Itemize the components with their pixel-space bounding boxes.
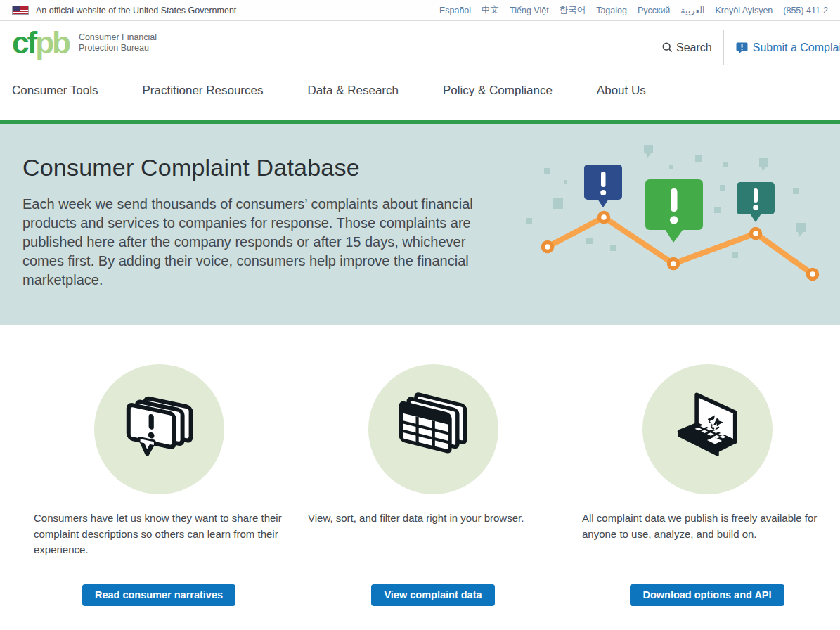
page-title: Consumer Complaint Database — [22, 154, 360, 181]
nav-practitioner-resources[interactable]: Practitioner Resources — [143, 84, 264, 98]
header-divider — [723, 30, 724, 65]
feature-narratives-text: Consumers have let us know they want to … — [34, 510, 284, 584]
official-website-text: An official website of the United States… — [36, 6, 236, 15]
teal-alert-bubble — [737, 182, 775, 222]
laptop-code-icon — [642, 364, 773, 494]
navy-alert-bubble — [584, 165, 622, 207]
search-icon — [662, 42, 673, 53]
phone-number-link[interactable]: (855) 411-2 — [783, 6, 828, 15]
hero-section: Consumer Complaint Database Each week we… — [0, 124, 840, 325]
view-complaint-data-button[interactable]: View complaint data — [371, 584, 494, 606]
language-link-vietnamese[interactable]: Tiếng Việt — [510, 6, 549, 15]
feature-columns: Consumers have let us know they want to … — [0, 364, 840, 606]
cfpb-logo-letters: cfpb — [12, 27, 69, 58]
speech-bubbles-icon — [94, 364, 224, 494]
search-button[interactable]: Search — [662, 41, 712, 54]
submit-complaint-button[interactable]: Submit a Complaint — [736, 41, 840, 54]
language-link-haitian-creole[interactable]: Kreyòl Ayisyen — [716, 6, 773, 15]
government-banner: An official website of the United States… — [0, 0, 840, 21]
cfpb-logo[interactable]: cfpb Consumer Financial Protection Burea… — [12, 27, 157, 58]
hero-description: Each week we send thousands of consumers… — [22, 195, 492, 290]
feature-view-data-text: View, sort, and filter data right in you… — [308, 510, 558, 584]
language-link-chinese[interactable]: 中文 — [482, 4, 499, 16]
site-header: cfpb Consumer Financial Protection Burea… — [0, 21, 840, 74]
read-consumer-narratives-button[interactable]: Read consumer narratives — [82, 584, 235, 606]
us-flag-icon — [12, 6, 29, 15]
language-link-tagalog[interactable]: Tagalog — [596, 6, 627, 15]
nav-data-research[interactable]: Data & Research — [308, 84, 399, 98]
data-tables-icon — [368, 364, 498, 494]
feature-narratives: Consumers have let us know they want to … — [34, 364, 284, 606]
language-link-espanol[interactable]: Español — [439, 6, 471, 15]
cfpb-logo-tagline: Consumer Financial Protection Bureau — [79, 32, 157, 53]
language-link-korean[interactable]: 한국어 — [560, 4, 586, 16]
nav-consumer-tools[interactable]: Consumer Tools — [12, 84, 98, 98]
language-link-russian[interactable]: Русский — [638, 6, 670, 15]
main-navigation: Consumer Tools Practitioner Resources Da… — [0, 74, 840, 120]
language-links: Español 中文 Tiếng Việt 한국어 Tagalog Русски… — [439, 4, 828, 16]
feature-view-data: View, sort, and filter data right in you… — [308, 364, 558, 606]
complaint-trend-illustration — [520, 128, 840, 304]
green-accent-bar — [0, 120, 840, 124]
feature-download-api: All complaint data we publish is freely … — [582, 364, 832, 606]
download-options-api-button[interactable]: Download options and API — [630, 584, 784, 606]
green-alert-bubble — [645, 179, 703, 243]
language-link-arabic[interactable]: العربية — [680, 5, 704, 15]
nav-about-us[interactable]: About Us — [597, 84, 646, 98]
complaint-bubble-icon — [736, 42, 748, 53]
feature-download-api-text: All complaint data we publish is freely … — [582, 510, 832, 584]
nav-policy-compliance[interactable]: Policy & Compliance — [443, 84, 553, 98]
